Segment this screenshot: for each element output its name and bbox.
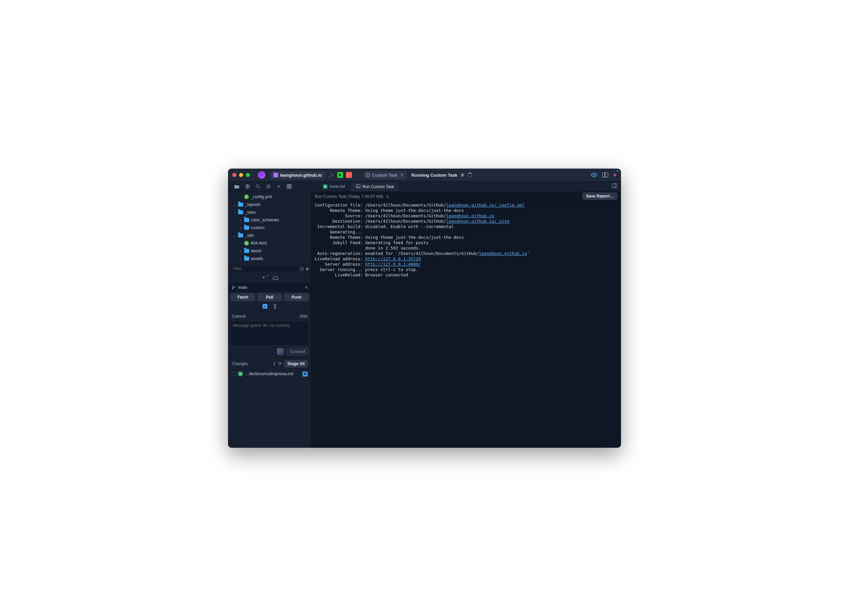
pull-button[interactable]: Pull — [257, 293, 282, 301]
fullscreen-window-button[interactable] — [246, 173, 250, 177]
scope-icon[interactable]: ◈ — [305, 266, 309, 271]
stage-all-button[interactable]: Stage All — [284, 360, 308, 367]
push-button[interactable]: Push — [284, 293, 309, 301]
chevron-icon[interactable]: › — [238, 226, 243, 230]
tree-item-label: 404.html — [250, 241, 267, 246]
terminal-line: Remote Theme: Using theme just-the-docs/… — [315, 235, 617, 240]
terminal-line: Jekyll Feed: Generating feed for posts — [315, 240, 617, 246]
run-button[interactable] — [337, 172, 343, 178]
chevron-icon[interactable]: › — [238, 257, 243, 261]
stop-button[interactable] — [346, 172, 352, 178]
tree-item[interactable]: ⌄_layouts — [228, 201, 310, 209]
clips-view-icon[interactable]: ✳ — [276, 184, 281, 189]
svg-text:⊕: ⊕ — [246, 242, 248, 245]
files-view-icon[interactable] — [234, 184, 240, 189]
svg-point-15 — [274, 304, 276, 306]
cloud-view-icon[interactable] — [273, 275, 278, 281]
chevron-icon[interactable]: ⌄ — [232, 210, 237, 214]
terminal-output[interactable]: Configuration file: /Users/41lhoun/Docum… — [311, 201, 621, 447]
titlebar-right: + — [591, 172, 617, 179]
breadcrumb-arrows-icon[interactable]: ⇅ — [386, 195, 389, 198]
terminal-link[interactable]: leanghoun.github.io/_config.yml — [446, 203, 524, 207]
yaml-file-icon: Y — [244, 194, 249, 199]
terminal-link[interactable]: leanghoun.github.io/_site — [446, 219, 509, 224]
breadcrumb-text: Run Custom Task (Today, 7:40:57 AM) — [315, 194, 383, 199]
terminal-link[interactable]: leanghoun.github.io — [479, 251, 527, 256]
html-file-icon: ⊕ — [244, 241, 249, 246]
project-name: leanghoun.github.io — [280, 173, 322, 177]
tree-item[interactable]: ›color_schemes — [228, 216, 310, 224]
terminal-line: Configuration file: /Users/41lhoun/Docum… — [315, 203, 617, 208]
tree-item[interactable]: ⌄_site — [228, 232, 310, 240]
folder-icon — [244, 257, 249, 261]
terminal-line: Server address: http://127.0.0.1:4000/ — [315, 262, 617, 267]
commit-message-input[interactable] — [231, 321, 308, 345]
author-avatar[interactable] — [277, 348, 284, 355]
tree-item[interactable]: Y_config.yml — [228, 193, 310, 201]
terminal-link[interactable]: http://127.0.0.1:4000/ — [365, 262, 421, 267]
build-settings-icon[interactable] — [328, 172, 335, 178]
spinner-icon — [468, 173, 472, 177]
close-task-button[interactable]: ✕ — [460, 173, 465, 177]
app-window: leanghoun.github.io Custom Task ⇅ Runnin… — [228, 169, 621, 448]
svg-rect-8 — [356, 185, 360, 188]
editor-tab-label: nova.md — [329, 184, 345, 189]
stage-checkbox[interactable] — [232, 372, 236, 376]
branch-icon — [232, 285, 236, 290]
new-tab-icon[interactable]: + — [613, 172, 617, 179]
project-title-tab[interactable]: leanghoun.github.io — [270, 171, 325, 179]
symbols-view-icon[interactable] — [266, 184, 271, 189]
tree-item[interactable]: ›about — [228, 247, 310, 255]
folder-icon — [244, 226, 249, 230]
editor-tab-0[interactable]: nova.md — [318, 182, 351, 191]
minimize-window-button[interactable] — [239, 173, 243, 177]
chevron-icon[interactable]: ⌄ — [232, 234, 237, 237]
svg-point-14 — [234, 286, 235, 287]
task-selector[interactable]: Custom Task ⇅ — [363, 171, 407, 179]
terminal-line: Destination: /Users/41lhoun/Documents/Gi… — [315, 219, 617, 224]
grid-view-icon[interactable] — [286, 184, 292, 189]
editor-tab-1[interactable]: Run Custom Task — [351, 182, 400, 191]
svg-point-3 — [256, 185, 259, 187]
window-controls — [232, 173, 250, 177]
chevron-icon[interactable]: ⌄ — [232, 203, 237, 207]
branch-selector[interactable]: main ⇅ — [228, 283, 311, 292]
tree-item[interactable]: ⊕404.html — [228, 240, 310, 247]
chevron-icon[interactable]: › — [238, 249, 243, 253]
commit-header: Commit 0/50 — [228, 312, 311, 321]
terminal-line: Auto-regeneration: enabled for '/Users/4… — [315, 251, 617, 256]
tree-item-label: about — [251, 249, 261, 253]
terminal-link[interactable]: leanghoun.github.io — [446, 213, 494, 218]
tree-item-label: _site — [245, 233, 253, 238]
remote-view-icon[interactable] — [245, 184, 250, 189]
tree-item[interactable]: ›assets — [228, 255, 310, 263]
branch-arrows-icon: ⇅ — [305, 285, 308, 289]
terminal-line: Source: /Users/41lhoun/Documents/GitHub/… — [315, 213, 617, 219]
preview-icon[interactable] — [591, 172, 597, 178]
stash-mode-icon[interactable] — [273, 304, 277, 310]
filter-row: ◷ ◈ — [228, 264, 311, 273]
fetch-button[interactable]: Fetch — [230, 293, 255, 301]
stage-mode-icon[interactable]: + — [263, 304, 267, 309]
running-task-label: Running Custom Task — [411, 173, 457, 177]
tree-item[interactable]: ⌄_sass — [228, 209, 310, 216]
toggle-sidebar-icon[interactable] — [602, 173, 608, 177]
tree-item[interactable]: ›custom — [228, 224, 310, 232]
filter-input[interactable] — [230, 265, 299, 272]
terminal-link[interactable]: http://127.0.0.1:35729 — [365, 256, 421, 261]
changes-view-icon[interactable] — [261, 275, 267, 281]
chevron-icon[interactable]: › — [238, 218, 243, 222]
close-window-button[interactable] — [232, 173, 237, 177]
history-icon[interactable]: ◷ — [300, 266, 304, 271]
changes-label: Changes — [232, 361, 248, 366]
scm-mode-switcher: + — [228, 303, 311, 312]
refresh-changes-icon[interactable]: ⟳ — [278, 361, 282, 366]
project-icon — [273, 173, 278, 177]
markdown-file-icon — [238, 371, 243, 376]
search-view-icon[interactable] — [255, 184, 260, 189]
commit-button[interactable]: Commit — [286, 348, 309, 356]
save-report-button[interactable]: Save Report… — [582, 192, 617, 200]
changed-file-row[interactable]: …llections/coding/nova.md M — [228, 370, 311, 379]
split-editor-icon[interactable] — [609, 183, 621, 189]
file-tree[interactable]: Y_config.yml⌄_layouts⌄_sass›color_scheme… — [228, 192, 311, 264]
